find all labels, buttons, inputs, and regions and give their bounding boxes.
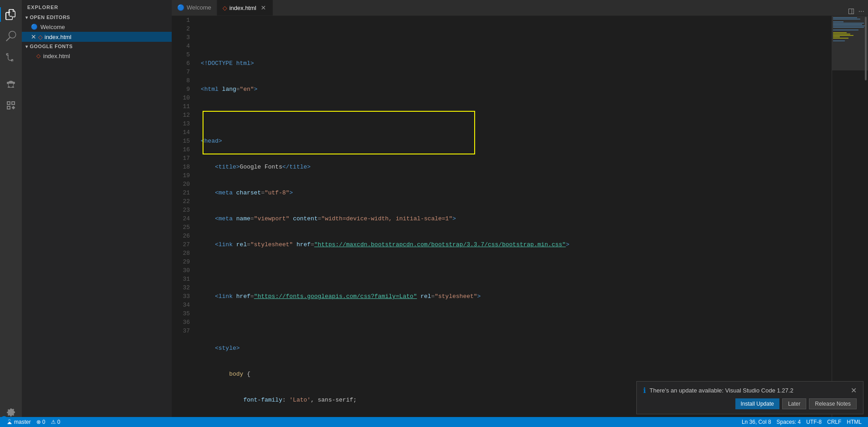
main-editor: 🔵 Welcome ◇ index.html ✕ ··· 1 2 3 4 5 6… (172, 0, 868, 427)
index-html-active-label: index.html (45, 34, 71, 40)
index-html-tab-label: index.html (229, 5, 256, 11)
spaces-status[interactable]: Spaces: 4 (774, 417, 804, 427)
google-fonts-index-item[interactable]: ◇ index.html (22, 51, 172, 61)
line-num-7: 7 (172, 68, 190, 76)
line-num-13: 13 (172, 119, 190, 128)
line-num-14: 14 (172, 128, 190, 137)
line-num-34: 34 (172, 301, 190, 309)
code-line-2: <html lang="en"> (201, 85, 832, 94)
line-num-24: 24 (172, 214, 190, 223)
warnings-status[interactable]: ⚠ 0 (48, 417, 63, 427)
code-editor[interactable]: <!DOCTYPE html> <html lang="en"> <head> … (193, 16, 832, 427)
code-line-8: <link rel="stylesheet" href="https://max… (201, 240, 832, 249)
release-notes-button[interactable]: Release Notes (809, 398, 857, 409)
code-line-7: <meta name="viewport" content="width=dev… (201, 214, 832, 223)
index-html-file-item-active[interactable]: ✕ ◇ index.html (22, 32, 172, 42)
extensions-activity-icon[interactable] (0, 94, 22, 116)
line-num-36: 36 (172, 318, 190, 327)
language-status[interactable]: HTML (844, 417, 864, 427)
warnings-icon: ⚠ 0 (51, 419, 60, 425)
encoding-label: UTF-8 (806, 419, 822, 425)
welcome-file-item[interactable]: 🔵 Welcome (22, 22, 172, 32)
index-html-close-icon[interactable]: ✕ (31, 33, 36, 40)
line-num-25: 25 (172, 223, 190, 232)
files-icon[interactable] (0, 4, 22, 25)
sidebar: EXPLORER ▾ OPEN EDITORS 🔵 Welcome ✕ ◇ in… (22, 0, 172, 427)
tab-bar: 🔵 Welcome ◇ index.html ✕ ··· (172, 0, 868, 16)
code-line-1: <!DOCTYPE html> (201, 59, 832, 68)
line-ending-status[interactable]: CRLF (824, 417, 844, 427)
line-num-11: 11 (172, 102, 190, 111)
line-num-5: 5 (172, 50, 190, 59)
google-fonts-label: GOOGLE FONTS (30, 44, 73, 49)
line-num-10: 10 (172, 94, 190, 102)
line-num-15: 15 (172, 137, 190, 145)
code-line-13: body { (201, 370, 832, 378)
line-num-32: 32 (172, 283, 190, 292)
welcome-file-label: Welcome (40, 24, 65, 30)
minimap (832, 16, 868, 427)
notification-content: ℹ There's an update available: Visual St… (643, 386, 857, 395)
open-editors-label: OPEN EDITORS (30, 15, 70, 20)
split-editor-icon[interactable] (848, 8, 855, 15)
line-num-27: 27 (172, 240, 190, 249)
line-ending-label: CRLF (827, 419, 841, 425)
open-editors-arrow: ▾ (25, 15, 28, 20)
notification-info-icon: ℹ (643, 386, 646, 395)
line-num-12: 12 (172, 111, 190, 119)
code-line-6: <meta charset="utf-8"> (201, 189, 832, 197)
line-num-26: 26 (172, 232, 190, 240)
minimap-scrollbar[interactable] (864, 16, 867, 427)
line-num-16: 16 (172, 145, 190, 154)
line-num-35: 35 (172, 309, 190, 318)
google-fonts-section[interactable]: ▾ GOOGLE FONTS (22, 42, 172, 51)
html-diamond-icon: ◇ (38, 34, 43, 40)
google-fonts-index-label: index.html (43, 53, 70, 60)
line-num-8: 8 (172, 76, 190, 85)
welcome-tab[interactable]: 🔵 Welcome (172, 0, 217, 15)
line-num-30: 30 (172, 266, 190, 275)
code-line-11 (201, 318, 832, 327)
git-branch-label: master (14, 419, 31, 425)
line-num-37: 37 (172, 327, 190, 335)
line-num-31: 31 (172, 275, 190, 283)
welcome-file-icon: 🔵 (31, 24, 38, 30)
line-num-23: 23 (172, 206, 190, 214)
notification-text: There's an update available: Visual Stud… (650, 387, 794, 394)
line-num-21: 21 (172, 189, 190, 197)
errors-status[interactable]: ⊗ 0 (34, 417, 48, 427)
language-label: HTML (847, 419, 862, 425)
google-fonts-html-icon: ◇ (36, 53, 40, 59)
index-html-tab[interactable]: ◇ index.html ✕ (217, 0, 273, 15)
later-button[interactable]: Later (782, 398, 806, 409)
notification-close-icon[interactable]: ✕ (851, 386, 857, 395)
encoding-status[interactable]: UTF-8 (804, 417, 824, 427)
welcome-tab-icon: 🔵 (177, 4, 184, 11)
errors-icon: ⊗ 0 (36, 419, 45, 425)
status-bar: master ⊗ 0 ⚠ 0 Ln 36, Col 8 Spaces: 4 UT… (0, 417, 868, 427)
index-html-tab-close[interactable]: ✕ (260, 4, 267, 11)
more-actions-icon[interactable]: ··· (858, 7, 864, 15)
activity-bar: 1 (0, 0, 22, 427)
line-numbers: 1 2 3 4 5 6 7 8 9 10 11 12 13 14 15 16 1… (172, 16, 193, 427)
notification-buttons: Install Update Later Release Notes (643, 398, 857, 409)
code-line-3 (201, 111, 832, 119)
line-num-28: 28 (172, 249, 190, 258)
line-num-6: 6 (172, 59, 190, 68)
install-update-button[interactable]: Install Update (735, 398, 779, 409)
open-editors-section[interactable]: ▾ OPEN EDITORS (22, 13, 172, 22)
line-num-4: 4 (172, 42, 190, 50)
code-line-4: <head> (201, 137, 832, 145)
search-activity-icon[interactable] (0, 25, 22, 47)
spaces-label: Spaces: 4 (777, 419, 801, 425)
line-num-20: 20 (172, 180, 190, 189)
git-branch-status[interactable]: master (4, 417, 34, 427)
line-num-17: 17 (172, 154, 190, 163)
source-control-activity-icon[interactable] (0, 47, 22, 69)
code-line-10: <link href="https://fonts.googleapis.com… (201, 292, 832, 301)
debug-activity-icon[interactable] (0, 73, 22, 94)
status-right: Ln 36, Col 8 Spaces: 4 UTF-8 CRLF HTML (739, 417, 864, 427)
line-col-status[interactable]: Ln 36, Col 8 (739, 417, 774, 427)
line-num-2: 2 (172, 25, 190, 33)
sidebar-header: EXPLORER (22, 0, 172, 13)
